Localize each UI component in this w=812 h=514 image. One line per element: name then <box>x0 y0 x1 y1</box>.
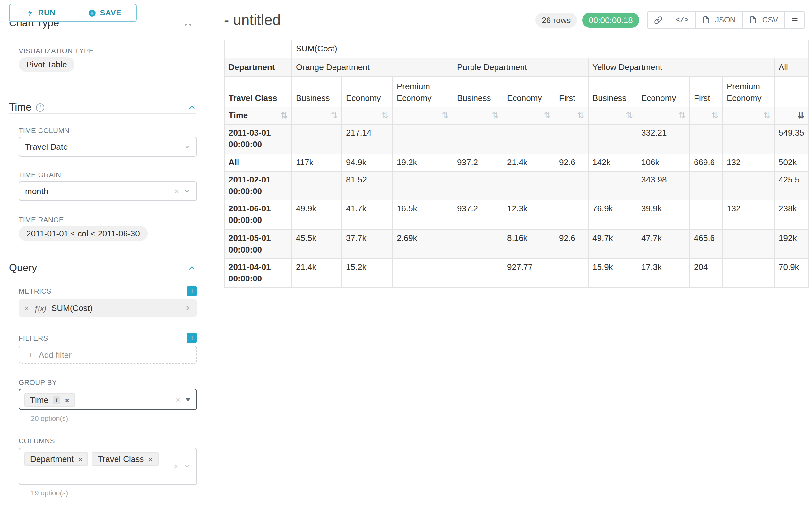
filters-label: FILTERS <box>19 334 48 342</box>
run-button-label: RUN <box>38 8 56 17</box>
value-cell <box>453 259 503 288</box>
column-subheader: First <box>555 77 588 107</box>
pivot-table-container: SUM(Cost)DepartmentOrange DepartmentPurp… <box>224 40 812 288</box>
function-icon: ƒ(x) <box>34 304 46 312</box>
group-by-chip[interactable]: Time i × <box>24 393 75 407</box>
value-cell <box>690 124 722 154</box>
export-json-label: .JSON <box>713 16 735 24</box>
time-section-title: Time <box>9 102 31 113</box>
columns-options-count: 19 option(s) <box>31 489 197 497</box>
clear-icon[interactable]: × <box>176 395 180 404</box>
group-by-select[interactable]: Time i × × <box>19 389 197 410</box>
sort-icon[interactable]: ⇅ <box>711 110 718 121</box>
metric-chip[interactable]: × ƒ(x) SUM(Cost) <box>19 299 197 317</box>
section-query[interactable]: Query <box>9 262 196 274</box>
column-subheader: Business <box>453 77 503 107</box>
sort-icon[interactable]: ⇅ <box>678 110 686 121</box>
row-count-badge: 26 rows <box>535 12 577 27</box>
info-icon[interactable]: i <box>53 396 61 404</box>
time-range-label: TIME RANGE <box>19 216 197 224</box>
time-grain-select[interactable]: month × <box>19 181 197 201</box>
sort-header-cell: ⇅ <box>292 107 342 124</box>
metric-chip-label: SUM(Cost) <box>51 303 93 313</box>
column-group-header: Yellow Department <box>588 58 775 77</box>
columns-chip-label: Department <box>30 454 74 464</box>
chevron-up-icon[interactable] <box>187 264 196 272</box>
value-cell: 132 <box>722 200 775 229</box>
value-cell: 37.7k <box>342 229 393 259</box>
copy-link-button[interactable] <box>647 11 669 29</box>
time-range-pill[interactable]: 2011-01-01 ≤ col < 2011-06-30 <box>19 226 148 241</box>
view-query-button[interactable]: </> <box>669 11 696 29</box>
pivot-row: All117k94.9k19.2k937.221.4k92.6142k106k6… <box>224 154 809 171</box>
chevron-right-icon[interactable] <box>184 304 191 312</box>
section-time[interactable]: Time i <box>9 102 196 113</box>
value-cell: 94.9k <box>342 154 393 171</box>
column-subheader: First <box>690 77 722 107</box>
sort-icon[interactable]: ⇅ <box>442 110 449 121</box>
clear-icon[interactable]: × <box>174 187 179 195</box>
column-subheader: Premium Economy <box>722 77 775 107</box>
add-filter-plus-button[interactable]: + <box>187 333 197 343</box>
value-cell: 669.6 <box>690 154 722 171</box>
add-metric-button[interactable]: + <box>187 286 197 296</box>
value-cell <box>292 171 342 200</box>
sort-icon[interactable]: ⇅ <box>626 110 633 121</box>
export-csv-button[interactable]: .CSV <box>742 11 785 29</box>
value-cell <box>690 200 722 229</box>
chart-title[interactable]: - untitled <box>224 11 281 29</box>
remove-chip-icon[interactable]: × <box>148 455 152 463</box>
export-csv-label: .CSV <box>760 16 778 24</box>
sort-desc-icon[interactable]: ⇊ <box>797 110 804 121</box>
columns-chip[interactable]: Travel Class × <box>92 452 158 466</box>
chevron-up-icon[interactable] <box>187 103 196 112</box>
caret-down-icon[interactable] <box>185 398 191 401</box>
more-options-button[interactable]: ≡ <box>784 11 805 29</box>
value-cell: 19.2k <box>393 154 453 171</box>
columns-chip[interactable]: Department × <box>24 452 88 466</box>
value-cell: 39.9k <box>637 200 690 229</box>
sort-icon[interactable]: ⇅ <box>381 110 388 121</box>
value-cell: 142k <box>588 154 637 171</box>
sort-header-cell: ⇅ <box>453 107 503 124</box>
value-cell: 92.6 <box>555 154 588 171</box>
chart-header: - untitled 26 rows 00:00:00.18 </> <box>207 0 812 30</box>
run-button[interactable]: RUN <box>9 4 73 22</box>
sort-icon[interactable]: ⇅ <box>330 110 338 121</box>
chevron-down-icon[interactable] <box>183 188 191 195</box>
col-dimension-label: Department <box>224 58 292 77</box>
value-cell: 47.7k <box>637 229 690 259</box>
value-cell: 21.4k <box>292 259 342 288</box>
time-column-select[interactable]: Travel Date <box>19 137 197 157</box>
column-subheader: Business <box>292 77 342 107</box>
remove-chip-icon[interactable]: × <box>78 455 83 463</box>
columns-select[interactable]: Department × Travel Class × × <box>19 448 197 485</box>
bolt-icon <box>27 9 34 17</box>
save-button[interactable]: SAVE <box>72 4 137 22</box>
value-cell <box>555 259 588 288</box>
chevron-down-icon[interactable] <box>183 463 191 470</box>
value-cell: 49.9k <box>292 200 342 229</box>
value-cell: 15.9k <box>588 259 637 288</box>
remove-chip-icon[interactable]: × <box>65 396 69 404</box>
value-cell <box>588 171 637 200</box>
add-filter-button[interactable]: + Add filter <box>19 346 197 364</box>
chevron-down-icon[interactable] <box>183 143 191 150</box>
column-subheader: Premium Economy <box>393 77 453 107</box>
column-subheader: Economy <box>342 77 393 107</box>
remove-metric-icon[interactable]: × <box>24 304 29 313</box>
sort-header-cell: ⇅ <box>722 107 775 124</box>
export-json-button[interactable]: .JSON <box>695 11 743 29</box>
visualization-type-label: VISUALIZATION TYPE <box>19 47 197 55</box>
sort-icon[interactable]: ⇅ <box>544 110 551 121</box>
info-icon[interactable]: i <box>36 103 44 111</box>
viz-type-pill[interactable]: Pivot Table <box>19 57 75 72</box>
sort-icon[interactable]: ⇅ <box>763 110 770 121</box>
value-cell <box>453 171 503 200</box>
value-cell: 204 <box>690 259 722 288</box>
row-header: 2011-03-01 00:00:00 <box>224 124 292 154</box>
sort-icon[interactable]: ⇅ <box>492 110 499 121</box>
clear-icon[interactable]: × <box>174 462 178 470</box>
sort-icon[interactable]: ⇅ <box>281 110 288 121</box>
sort-icon[interactable]: ⇅ <box>577 110 584 121</box>
